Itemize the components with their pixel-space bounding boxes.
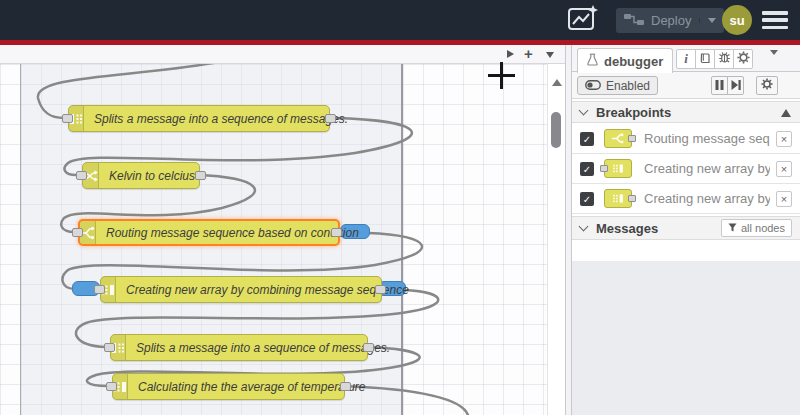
input-port[interactable]	[72, 228, 83, 237]
breakpoints-section-header[interactable]: Breakpoints	[572, 101, 800, 123]
pause-button[interactable]	[711, 76, 728, 95]
enabled-toggle-button[interactable]: Enabled	[577, 76, 658, 95]
node-split-1[interactable]: Splits a message into a sequence of mess…	[68, 105, 330, 132]
main-menu-button[interactable]	[762, 11, 788, 29]
output-port[interactable]	[363, 343, 374, 352]
scroll-up-icon[interactable]	[781, 109, 791, 117]
bug-icon	[718, 51, 731, 67]
input-port[interactable]	[104, 343, 115, 352]
sidebar-menu-caret[interactable]	[770, 55, 778, 70]
node-label: Creating new array by combining message …	[116, 283, 419, 297]
flow-canvas: + Splits a message into a sequence of me…	[0, 45, 565, 415]
output-port[interactable]	[331, 228, 342, 237]
tab-debugger[interactable]: debugger	[577, 48, 673, 73]
book-icon	[699, 52, 711, 67]
sidebar: debugger i Enabled	[572, 45, 800, 415]
breakpoint-row: ✓ Creating new array by combini ×	[572, 154, 800, 184]
sidebar-tab-buttons: i	[676, 49, 753, 69]
chevron-down-icon	[579, 222, 589, 232]
close-icon: ×	[781, 193, 787, 205]
scrollbar-thumb[interactable]	[551, 112, 561, 148]
output-port	[628, 135, 636, 142]
image-sparkle-icon	[567, 5, 599, 36]
remove-breakpoint-button[interactable]: ×	[776, 191, 792, 207]
node-switch-routing[interactable]: Routing message sequence based on condit…	[78, 219, 340, 246]
app-header: Deploy su	[0, 0, 800, 40]
close-icon: ×	[781, 163, 787, 175]
gear-icon	[737, 51, 750, 67]
chevron-down-icon	[708, 18, 716, 23]
hamburger-icon	[762, 11, 788, 15]
breakpoint-label: Creating new array by combini	[644, 191, 770, 206]
input-port[interactable]	[62, 114, 73, 123]
input-port[interactable]	[94, 285, 105, 294]
step-icon	[731, 78, 741, 93]
info-button[interactable]: i	[676, 49, 696, 69]
messages-title: Messages	[596, 221, 658, 236]
debugger-settings-button[interactable]	[756, 76, 778, 95]
node-join-average[interactable]: Calculating the the average of temperatu…	[112, 373, 345, 400]
tab-label: debugger	[604, 54, 663, 69]
flow-list-icon[interactable]	[546, 52, 554, 58]
deploy-button[interactable]: Deploy	[616, 8, 724, 33]
debugger-flask-icon	[587, 53, 598, 69]
check-icon: ✓	[583, 194, 591, 205]
output-port[interactable]	[325, 114, 336, 123]
canvas-scrollbar[interactable]	[547, 64, 565, 415]
add-flow-button[interactable]: +	[524, 45, 533, 63]
node-change-kelvin[interactable]: Kelvin to celcius	[82, 162, 200, 189]
gear-icon	[761, 78, 773, 93]
image-export-button[interactable]	[563, 5, 603, 35]
node-label: Routing message sequence based on condit…	[96, 226, 369, 240]
output-port	[628, 195, 636, 202]
breakpoint-row: ✓ Routing message sequence ba ×	[572, 124, 800, 154]
enabled-label: Enabled	[606, 79, 650, 93]
breakpoint-checkbox[interactable]: ✓	[580, 162, 594, 176]
workspace-tabstrip: +	[0, 45, 565, 64]
help-book-button[interactable]	[695, 49, 715, 69]
workspace[interactable]: Splits a message into a sequence of mess…	[0, 64, 565, 415]
breakpoint-checkbox[interactable]: ✓	[580, 132, 594, 146]
node-label: Splits a message into a sequence of mess…	[84, 112, 358, 126]
deploy-label: Deploy	[651, 13, 691, 28]
breakpoint-row: ✓ Creating new array by combini ×	[572, 184, 800, 214]
sidebar-splitter[interactable]	[565, 45, 572, 415]
output-port[interactable]	[340, 382, 351, 391]
scroll-up-icon[interactable]	[552, 79, 562, 86]
messages-section-header[interactable]: Messages all nodes	[572, 216, 800, 240]
breakpoint-checkbox[interactable]: ✓	[580, 192, 594, 206]
avatar-initials: su	[729, 13, 744, 28]
settings-button[interactable]	[733, 49, 753, 69]
remove-breakpoint-button[interactable]: ×	[776, 131, 792, 147]
node-split-2[interactable]: Splits a message into a sequence of mess…	[110, 334, 368, 361]
step-button[interactable]	[727, 76, 744, 95]
debug-bug-button[interactable]	[714, 49, 734, 69]
breakpoint-label: Routing message sequence ba	[644, 131, 770, 146]
funnel-icon	[728, 222, 737, 234]
tab-scroll-right-icon[interactable]	[507, 50, 514, 58]
deploy-dropdown-button[interactable]	[699, 18, 716, 23]
transport-buttons	[711, 76, 744, 95]
user-avatar[interactable]: su	[722, 5, 752, 35]
close-icon: ×	[781, 133, 787, 145]
output-port[interactable]	[375, 285, 386, 294]
join-node-badge	[604, 189, 632, 208]
filter-label: all nodes	[741, 222, 785, 234]
remove-breakpoint-button[interactable]: ×	[776, 161, 792, 177]
sidebar-tabbar: debugger i	[572, 45, 800, 72]
input-port[interactable]	[106, 382, 117, 391]
breakpoint-label: Creating new array by combini	[644, 161, 770, 176]
check-icon: ✓	[583, 164, 591, 175]
input-port[interactable]	[76, 171, 87, 180]
info-icon: i	[684, 51, 688, 67]
output-port[interactable]	[195, 171, 206, 180]
chevron-down-icon	[579, 106, 589, 116]
node-label: Kelvin to celcius	[99, 169, 205, 183]
message-filter-button[interactable]: all nodes	[721, 219, 792, 237]
pause-icon	[715, 78, 724, 93]
deploy-node-icon	[624, 13, 644, 29]
switch-node-badge	[604, 129, 632, 148]
node-label: Calculating the the average of temperatu…	[128, 380, 375, 394]
messages-empty-area	[572, 261, 800, 415]
node-join-array[interactable]: Creating new array by combining message …	[100, 276, 382, 303]
